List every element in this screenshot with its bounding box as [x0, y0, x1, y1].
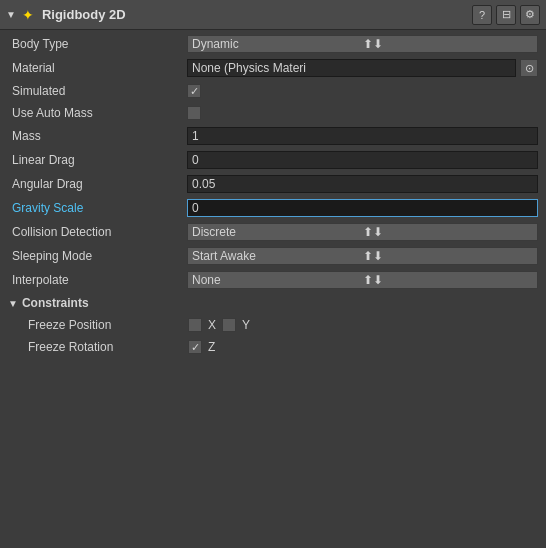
- freeze-position-value: X Y: [188, 318, 250, 332]
- sleeping-mode-value: Start Awake ⬆⬇: [187, 247, 538, 265]
- collision-detection-selected: Discrete: [192, 225, 363, 239]
- material-label: Material: [12, 61, 187, 75]
- panel-content: Body Type Dynamic ⬆⬇ Material ⊙ Simulate…: [0, 30, 546, 360]
- angular-drag-value: [187, 175, 538, 193]
- freeze-rotation-z-label: Z: [208, 340, 215, 354]
- linear-drag-input[interactable]: [187, 151, 538, 169]
- use-auto-mass-label: Use Auto Mass: [12, 106, 187, 120]
- collision-detection-value: Discrete ⬆⬇: [187, 223, 538, 241]
- freeze-rotation-z-checkbox[interactable]: [188, 340, 202, 354]
- linear-drag-label: Linear Drag: [12, 153, 187, 167]
- freeze-position-label: Freeze Position: [28, 318, 188, 332]
- material-picker-button[interactable]: ⊙: [520, 59, 538, 77]
- use-auto-mass-row: Use Auto Mass: [0, 102, 546, 124]
- linear-drag-row: Linear Drag: [0, 148, 546, 172]
- constraints-collapse-arrow: ▼: [8, 298, 18, 309]
- interpolate-dropdown[interactable]: None ⬆⬇: [187, 271, 538, 289]
- angular-drag-row: Angular Drag: [0, 172, 546, 196]
- simulated-checkbox[interactable]: [187, 84, 201, 98]
- sleeping-mode-row: Sleeping Mode Start Awake ⬆⬇: [0, 244, 546, 268]
- freeze-position-y-label: Y: [242, 318, 250, 332]
- component-icon: ✦: [20, 7, 36, 23]
- mass-value: [187, 127, 538, 145]
- body-type-label: Body Type: [12, 37, 187, 51]
- gravity-scale-label: Gravity Scale: [12, 201, 187, 215]
- gravity-scale-row: Gravity Scale: [0, 196, 546, 220]
- constraints-title: Constraints: [22, 296, 89, 310]
- collision-detection-arrow-icon: ⬆⬇: [363, 225, 534, 239]
- angular-drag-input[interactable]: [187, 175, 538, 193]
- panel-title: Rigidbody 2D: [42, 7, 472, 22]
- mass-label: Mass: [12, 129, 187, 143]
- sleeping-mode-label: Sleeping Mode: [12, 249, 187, 263]
- use-auto-mass-checkbox[interactable]: [187, 106, 201, 120]
- interpolate-row: Interpolate None ⬆⬇: [0, 268, 546, 292]
- gravity-scale-value: [187, 199, 538, 217]
- header-actions: ? ⊟ ⚙: [472, 5, 540, 25]
- simulated-value: [187, 84, 538, 98]
- mass-input[interactable]: [187, 127, 538, 145]
- gravity-scale-input[interactable]: [187, 199, 538, 217]
- settings-button[interactable]: ⚙: [520, 5, 540, 25]
- freeze-rotation-row: Freeze Rotation Z: [0, 336, 546, 358]
- material-input[interactable]: [187, 59, 516, 77]
- sleeping-mode-dropdown[interactable]: Start Awake ⬆⬇: [187, 247, 538, 265]
- freeze-position-x-checkbox[interactable]: [188, 318, 202, 332]
- help-button[interactable]: ?: [472, 5, 492, 25]
- material-field-row: ⊙: [187, 59, 538, 77]
- simulated-row: Simulated: [0, 80, 546, 102]
- linear-drag-value: [187, 151, 538, 169]
- sleeping-mode-arrow-icon: ⬆⬇: [363, 249, 534, 263]
- body-type-selected: Dynamic: [192, 37, 363, 51]
- body-type-row: Body Type Dynamic ⬆⬇: [0, 32, 546, 56]
- freeze-rotation-label: Freeze Rotation: [28, 340, 188, 354]
- interpolate-value: None ⬆⬇: [187, 271, 538, 289]
- angular-drag-label: Angular Drag: [12, 177, 187, 191]
- body-type-value: Dynamic ⬆⬇: [187, 35, 538, 53]
- rigidbody2d-panel: ▼ ✦ Rigidbody 2D ? ⊟ ⚙ Body Type Dynamic…: [0, 0, 546, 360]
- use-auto-mass-value: [187, 106, 538, 120]
- collision-detection-label: Collision Detection: [12, 225, 187, 239]
- collapse-arrow[interactable]: ▼: [6, 9, 16, 20]
- simulated-label: Simulated: [12, 84, 187, 98]
- collision-detection-dropdown[interactable]: Discrete ⬆⬇: [187, 223, 538, 241]
- freeze-position-x-label: X: [208, 318, 216, 332]
- panel-header: ▼ ✦ Rigidbody 2D ? ⊟ ⚙: [0, 0, 546, 30]
- sleeping-mode-selected: Start Awake: [192, 249, 363, 263]
- interpolate-label: Interpolate: [12, 273, 187, 287]
- constraints-section-header[interactable]: ▼ Constraints: [0, 292, 546, 314]
- body-type-dropdown[interactable]: Dynamic ⬆⬇: [187, 35, 538, 53]
- collision-detection-row: Collision Detection Discrete ⬆⬇: [0, 220, 546, 244]
- interpolate-arrow-icon: ⬆⬇: [363, 273, 534, 287]
- freeze-rotation-value: Z: [188, 340, 215, 354]
- mass-row: Mass: [0, 124, 546, 148]
- layout-button[interactable]: ⊟: [496, 5, 516, 25]
- material-row: Material ⊙: [0, 56, 546, 80]
- freeze-position-y-checkbox[interactable]: [222, 318, 236, 332]
- interpolate-selected: None: [192, 273, 363, 287]
- body-type-arrow-icon: ⬆⬇: [363, 37, 534, 51]
- freeze-position-row: Freeze Position X Y: [0, 314, 546, 336]
- material-value-container: ⊙: [187, 59, 538, 77]
